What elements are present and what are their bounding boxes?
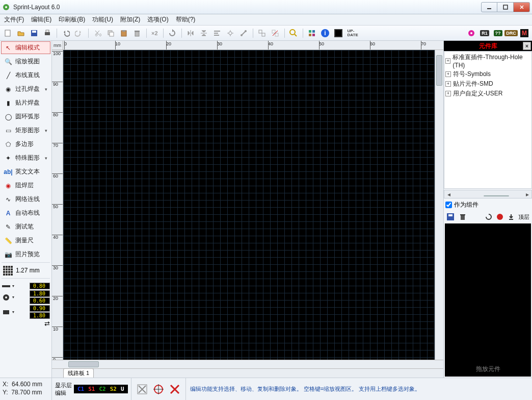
save-component-icon[interactable] [446,213,455,221]
undo-icon[interactable] [60,28,71,39]
drc-badge[interactable]: DRC [506,28,517,39]
delete-icon[interactable] [131,28,143,39]
zoom-icon[interactable] [288,28,299,39]
expand-icon[interactable]: + [445,71,451,77]
help-badge[interactable]: ?? [492,28,503,39]
tool-text[interactable]: ab|英文文本 [1,165,50,178]
layer-chip[interactable]: S2 [108,386,119,392]
macro-icon[interactable]: M [519,28,530,39]
tree-hscroll[interactable]: ◂ ▸ [444,190,532,198]
align-icon[interactable] [211,28,223,39]
expand-icon[interactable]: + [445,81,451,87]
param-swap[interactable]: ⇄ [2,320,50,328]
svg-text:i: i [324,30,326,37]
tool-testpen[interactable]: ✎测试笔 [1,220,50,233]
tool-arc[interactable]: ◯圆环弧形 [1,110,50,123]
horizontal-ruler[interactable]: 010203040506070 [63,41,443,50]
update-icon[interactable]: UP- DATE [346,28,360,39]
mirror-view-icon[interactable] [137,384,148,395]
save-icon[interactable] [29,28,40,39]
tree-node[interactable]: +用户自定义-USER [445,89,530,98]
param-width[interactable]: ▾ 0.80 [2,283,50,289]
download-component-icon[interactable] [507,213,515,221]
r1-badge[interactable]: R1 [479,28,490,39]
tree-node[interactable]: +标准直插件-Through-Hole (TH) [445,53,530,69]
tool-measure[interactable]: 📏测量尺 [1,234,50,247]
tool-zoom[interactable]: 🔍缩放视图 [1,55,50,68]
menu-edit[interactable]: 编辑(E) [28,14,55,25]
tool-net[interactable]: ∿网络连线 [1,193,50,206]
menu-help[interactable]: 帮助(?) [173,14,199,25]
info-icon[interactable]: i [320,28,331,39]
redo-icon[interactable] [73,28,85,39]
rotate-component-icon[interactable] [485,213,493,221]
cut-icon[interactable] [92,28,103,39]
measure-icon[interactable] [333,28,344,39]
tool-rect[interactable]: ▭矩形图形▾ [1,124,50,137]
tool-special[interactable]: ✦特殊图形▾ [1,152,50,164]
tree-node[interactable]: +贴片元件-SMD [445,79,530,89]
layer-chip[interactable]: C2 [97,386,108,392]
new-icon[interactable] [2,28,13,39]
tool-mask[interactable]: ◉阻焊层 [1,179,50,192]
grid-setting[interactable]: 1.27 mm [0,264,51,277]
pcb-canvas[interactable] [63,50,435,360]
origin-icon[interactable] [153,384,164,395]
maximize-button[interactable] [497,2,514,12]
menu-add[interactable]: 附加(Z) [117,14,143,25]
snap-icon[interactable] [225,28,236,39]
ungroup-icon[interactable] [270,28,281,39]
menu-func[interactable]: 功能(U) [89,14,116,25]
layer-chip[interactable]: U [119,386,126,392]
copy-icon[interactable] [105,28,116,39]
menu-pcb[interactable]: 印刷板(B) [56,14,88,25]
record-component-icon[interactable] [496,213,504,221]
layer-chip[interactable]: C1 [75,386,86,392]
component-drop-area[interactable]: 拖放元件 [445,223,531,377]
group-icon[interactable] [256,28,268,39]
scroll-thumb[interactable] [436,55,442,86]
horizontal-scrollbar[interactable] [52,360,443,368]
sheet-tab[interactable]: 线路板 1 [63,368,94,378]
layer-chip[interactable]: S1 [86,386,97,392]
tool-line[interactable]: ╱布线直线 [1,69,50,82]
tool-autoroute[interactable]: A自动布线 [1,207,50,219]
print-icon[interactable] [42,28,53,39]
close-button[interactable] [514,2,530,12]
scroll-thumb[interactable] [68,361,99,367]
scroll-left-icon[interactable]: ◂ [444,191,453,198]
menu-file[interactable]: 文件(F) [1,14,27,25]
open-icon[interactable] [15,28,26,39]
no-cross-icon[interactable] [169,384,180,395]
minimize-button[interactable] [481,2,497,12]
paste-icon[interactable] [118,28,129,39]
tool-photo[interactable]: 📷照片预览 [1,248,50,261]
library-tree[interactable]: +标准直插件-Through-Hole (TH)+符号-Symbols+贴片元件… [444,51,532,189]
mirror-v-icon[interactable] [198,28,209,39]
transparent-icon[interactable] [306,28,317,39]
scroll-right-icon[interactable]: ▸ [523,191,531,198]
menu-opt[interactable]: 选项(O) [144,14,171,25]
tool-pad[interactable]: ◉过孔焊盘▾ [1,83,50,95]
rotate-icon[interactable] [167,28,178,39]
duplicate-icon[interactable]: ×2 [150,28,159,39]
edit-label: 编辑 [55,389,72,397]
remove-net-icon[interactable] [238,28,249,39]
expand-icon[interactable]: + [445,58,450,64]
record-icon[interactable] [466,28,477,39]
scroll-thumb[interactable] [484,195,509,196]
param-pad[interactable]: ▾ 1.80 0.60 [2,290,50,304]
layer-chips[interactable]: C1S1C2S2U [74,385,128,393]
expand-icon[interactable]: + [445,91,451,96]
tree-node[interactable]: +符号-Symbols [445,69,530,79]
param-smd[interactable]: ▾ 0.90 1.80 [2,305,50,319]
as-component-checkbox[interactable] [445,202,452,208]
delete-component-icon[interactable] [459,213,467,221]
mirror-h-icon[interactable] [185,28,196,39]
tool-smd[interactable]: ▮贴片焊盘 [1,96,50,109]
vertical-scrollbar[interactable] [435,50,443,360]
vertical-ruler[interactable]: 1009080706050403020100 [52,50,63,360]
tool-editmode[interactable]: ↖编辑模式 [1,41,50,54]
close-panel-button[interactable]: × [523,42,531,50]
tool-poly[interactable]: ⬠多边形 [1,138,50,151]
